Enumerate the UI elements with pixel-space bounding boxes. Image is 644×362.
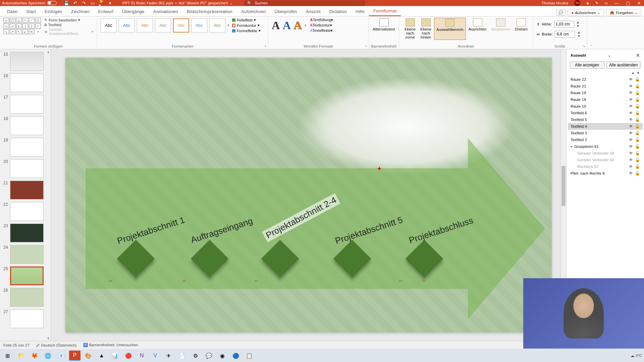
slide-thumb-19[interactable] — [10, 138, 44, 157]
merge-shapes-button[interactable]: ◉Formen zusammenführen▾ — [44, 27, 94, 36]
visibility-icon[interactable]: 👁 — [629, 104, 633, 109]
sel-item[interactable]: Raute 21👁🔓 — [568, 83, 643, 89]
visibility-icon[interactable]: 👁 — [629, 117, 633, 122]
shapes-gallery[interactable]: ▭◯△＼／⬠ ◇▱L{}☆ ↘↗↖↙⟲▾ — [3, 18, 41, 36]
onenote-icon[interactable]: N — [136, 351, 148, 361]
align-button[interactable]: Ausrichten — [467, 18, 489, 40]
shape-outline-button[interactable]: Formkontur▾ — [232, 23, 261, 27]
sel-item[interactable]: Pfeil: nach Rechts 8👁🔓 — [568, 170, 643, 177]
tab-datei[interactable]: Datei — [3, 7, 22, 16]
sel-item[interactable]: Textfeld 3👁🔓 — [568, 130, 643, 136]
lock-icon[interactable]: 🔓 — [635, 117, 640, 122]
share-button[interactable]: 📤Freigeben⌄ — [606, 9, 641, 16]
selection-pane-options-icon[interactable]: ⌄ — [608, 53, 611, 58]
start-button[interactable]: ⊞ — [2, 351, 13, 361]
app-icon[interactable]: 🎨 — [83, 351, 94, 361]
lock-icon[interactable]: 🔓 — [635, 97, 640, 102]
close-button[interactable]: ✕ — [637, 1, 642, 6]
language-indicator[interactable]: 🖉 Deutsch (Österreich) — [36, 343, 76, 347]
lock-icon[interactable]: 🔓 — [635, 124, 640, 129]
tab-ansicht[interactable]: Ansicht — [302, 7, 325, 16]
app-icon[interactable]: 🔴 — [123, 351, 134, 361]
selection-pane-close-icon[interactable]: ✕ — [636, 53, 640, 58]
shape-effects-button[interactable]: Formeffekte▾ — [232, 28, 261, 33]
collapse-ribbon-button[interactable]: ⌄ — [587, 16, 596, 49]
user-avatar[interactable]: TH — [574, 0, 580, 6]
app-icon[interactable]: 📊 — [109, 351, 121, 361]
wordart-more-icon[interactable]: ▾ — [305, 23, 307, 27]
tab-formformat[interactable]: Formformat — [369, 6, 401, 16]
lock-icon[interactable]: 🔓 — [635, 144, 640, 149]
lock-icon[interactable]: 🔓 — [635, 77, 640, 82]
slide-thumb-22[interactable] — [10, 202, 44, 221]
sel-item[interactable]: Textfeld 2👁🔓 — [568, 136, 643, 143]
slide-thumb-25[interactable] — [10, 266, 44, 285]
sel-item-child[interactable]: Gerader Verbinder 54👁🔓 — [568, 150, 643, 157]
slide-editor[interactable]: Projektabschnitt 1 Auftragseingang Proje… — [51, 49, 566, 341]
sel-item-selected[interactable]: Textfeld 4👁🔓 — [568, 123, 643, 130]
alt-text-button[interactable]: Alternativtext — [371, 18, 397, 32]
styles-dialog-launcher[interactable]: ↘ — [264, 44, 267, 48]
width-stepper[interactable]: ▲▼ — [577, 31, 581, 38]
app-icon[interactable]: V — [150, 351, 161, 361]
app-icon[interactable]: ⚙ — [190, 351, 201, 361]
filename-area[interactable]: PPT 01 Roter Faden 001.pptx • Auf "diese… — [122, 1, 233, 5]
move-down-icon[interactable]: ▼ — [636, 71, 640, 75]
chevron-down-icon[interactable]: ⌄ — [230, 1, 233, 5]
tab-dictation[interactable]: Dictation — [325, 7, 351, 16]
tab-uebergaenge[interactable]: Übergänge — [118, 7, 149, 16]
visibility-icon[interactable]: 👁 — [629, 131, 633, 135]
sel-item-child[interactable]: Rechteck 52👁🔓 — [568, 163, 643, 170]
qat-more-icon[interactable]: ▾ — [108, 1, 112, 5]
undo-icon[interactable]: ↶ — [73, 1, 77, 5]
collapse-icon[interactable]: ▾ — [571, 145, 572, 148]
visibility-icon[interactable]: 👁 — [629, 151, 633, 156]
visibility-icon[interactable]: 👁 — [629, 158, 633, 162]
visibility-icon[interactable]: 👁 — [629, 137, 633, 142]
visibility-icon[interactable]: 👁 — [629, 97, 633, 102]
rotation-handle[interactable]: + — [377, 165, 381, 173]
sel-item-group[interactable]: ▾Gruppieren 61👁🔓 — [568, 143, 643, 150]
sel-item[interactable]: Textfeld 5👁🔓 — [568, 116, 643, 123]
hide-all-button[interactable]: Alle ausblenden — [606, 61, 641, 69]
sel-item[interactable]: Raute 10👁🔓 — [568, 103, 643, 110]
telegram-icon[interactable]: ✈ — [163, 351, 174, 361]
text-outline-button[interactable]: ATextkontur▾ — [310, 23, 333, 27]
draw-icon[interactable]: ✎ — [595, 1, 598, 5]
tab-aufzeichnen[interactable]: Aufzeichnen — [237, 7, 270, 16]
sel-item[interactable]: Raute 19👁🔓 — [568, 89, 643, 96]
selection-pane-button[interactable]: Auswahlbereich — [434, 18, 466, 40]
app-icon[interactable]: 💬 — [203, 351, 215, 361]
edit-shape-button[interactable]: ✎Form bearbeiten▾ — [44, 18, 94, 22]
user-name[interactable]: Thomas Hruska — [541, 1, 568, 5]
move-up-icon[interactable]: ▲ — [631, 71, 635, 75]
app-icon[interactable]: 🔵 — [230, 351, 241, 361]
textbox-button[interactable]: ATextfeld — [44, 23, 94, 27]
app-icon[interactable]: ◉ — [217, 351, 228, 361]
lock-icon[interactable]: 🔓 — [635, 164, 640, 169]
visibility-icon[interactable]: 👁 — [629, 164, 633, 169]
thumbnail-panel[interactable]: ▲ 15 16 17 18 19 20 21 22 23 24 25 26 27… — [0, 49, 51, 341]
outlook-icon[interactable]: 📧 — [56, 351, 67, 361]
send-backward-button[interactable]: Ebene nach hinten — [418, 18, 433, 40]
comments-icon[interactable]: 💬 — [556, 9, 566, 16]
tab-hilfe[interactable]: Hilfe — [351, 7, 369, 16]
visibility-icon[interactable]: 👁 — [629, 77, 633, 82]
app-icon[interactable]: 📄 — [176, 351, 188, 361]
shape-fill-button[interactable]: Fülleffekt▾ — [232, 18, 261, 22]
firefox-icon[interactable]: 🦊 — [29, 351, 40, 361]
tab-bildschirm[interactable]: Bildschirmpräsentation — [182, 7, 237, 16]
lock-icon[interactable]: 🔓 — [635, 104, 640, 109]
visibility-icon[interactable]: 👁 — [629, 84, 633, 88]
slide-canvas[interactable]: Projektabschnitt 1 Auftragseingang Proje… — [65, 58, 552, 333]
tab-zeichnen[interactable]: Zeichnen — [67, 7, 94, 16]
windows-taskbar[interactable]: ⊞ 📁 🦊 🌐 📧 P 🎨 ▲ 📊 🔴 N V ✈ 📄 ⚙ 💬 ◉ 🔵 📋 ☁ … — [0, 349, 644, 362]
lock-icon[interactable]: 🔓 — [635, 171, 640, 176]
lock-icon[interactable]: 🔓 — [635, 131, 640, 135]
lock-icon[interactable]: 🔓 — [635, 158, 640, 162]
lock-icon[interactable]: 🔓 — [635, 137, 640, 142]
touch-mode-icon[interactable]: ✋▾ — [99, 1, 104, 5]
slide-thumb-21[interactable] — [10, 181, 44, 199]
width-input[interactable] — [555, 31, 575, 38]
shape-styles-gallery[interactable]: Abc Abc Abc Abc Abc Abc Abc ▾ — [101, 18, 229, 33]
